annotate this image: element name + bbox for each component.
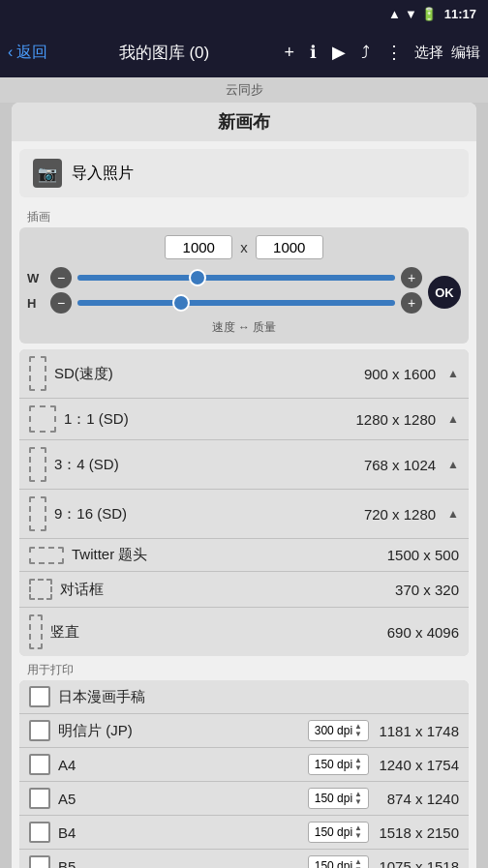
preset-arrow-9-16: ▲ bbox=[447, 507, 459, 521]
a5-checkbox[interactable] bbox=[29, 788, 50, 809]
a5-dpi-arrows[interactable]: ▲ ▼ bbox=[354, 791, 362, 806]
b4-name: B4 bbox=[58, 824, 300, 841]
play-button[interactable]: ▶ bbox=[328, 38, 350, 67]
a5-name: A5 bbox=[58, 791, 300, 807]
camera-icon: 📷 bbox=[33, 159, 62, 188]
width-slider[interactable] bbox=[77, 275, 395, 281]
list-item[interactable]: 1：1 (SD) 1280 x 1280 ▲ bbox=[19, 399, 469, 440]
width-minus-button[interactable]: − bbox=[50, 267, 72, 288]
dpi-down-arrow[interactable]: ▼ bbox=[354, 731, 362, 738]
preset-arrow-3-4: ▲ bbox=[447, 458, 459, 471]
list-item[interactable]: A5 150 dpi ▲ ▼ 874 x 1240 bbox=[19, 782, 469, 816]
a4-dpi-selector[interactable]: 150 dpi ▲ ▼ bbox=[308, 754, 369, 775]
share-button[interactable]: ⤴ bbox=[357, 39, 374, 67]
list-item[interactable]: B5 150 dpi ▲ ▼ 1075 x 1518 bbox=[19, 850, 469, 868]
list-item[interactable]: Twitter 题头 1500 x 500 bbox=[19, 539, 469, 572]
a4-dpi-arrows[interactable]: ▲ ▼ bbox=[354, 757, 362, 772]
height-slider[interactable] bbox=[77, 300, 395, 306]
list-item[interactable]: 明信片 (JP) 300 dpi ▲ ▼ 1181 x 1748 bbox=[19, 714, 469, 748]
a5-size: 874 x 1240 bbox=[377, 791, 459, 807]
a4-checkbox[interactable] bbox=[29, 754, 50, 775]
signal-icon: ▼ bbox=[405, 7, 417, 21]
preset-thumbnail-1-1 bbox=[29, 405, 56, 433]
dpi-down-arrow[interactable]: ▼ bbox=[354, 764, 362, 772]
preset-size-1-1: 1280 x 1280 bbox=[356, 411, 437, 428]
list-item[interactable]: 日本漫画手稿 bbox=[19, 680, 469, 714]
postcard-size: 1181 x 1748 bbox=[377, 723, 459, 739]
b4-dpi-arrows[interactable]: ▲ ▼ bbox=[354, 824, 362, 840]
cloud-sync-bar: 云同步 bbox=[0, 77, 488, 103]
b4-dpi-selector[interactable]: 150 dpi ▲ ▼ bbox=[308, 822, 369, 843]
width-slider-row: W − + bbox=[27, 267, 422, 288]
select-button[interactable]: 选择 bbox=[414, 44, 443, 62]
back-button[interactable]: ‹ 返回 bbox=[8, 43, 47, 63]
b5-checkbox[interactable] bbox=[29, 855, 50, 868]
preset-size-sd: 900 x 1600 bbox=[364, 366, 436, 382]
a5-dpi-selector[interactable]: 150 dpi ▲ ▼ bbox=[308, 788, 369, 809]
illustration-section-label: 插画 bbox=[12, 205, 476, 227]
print-section: 日本漫画手稿 明信片 (JP) 300 dpi ▲ ▼ 1181 x 1748 … bbox=[19, 680, 469, 868]
b4-checkbox[interactable] bbox=[29, 822, 50, 843]
canvas-height-display[interactable]: 1000 bbox=[256, 235, 323, 259]
preset-name-dialog: 对话框 bbox=[60, 581, 387, 599]
preset-size-dialog: 370 x 320 bbox=[395, 582, 459, 598]
preset-size-twitter: 1500 x 500 bbox=[387, 547, 459, 563]
preset-arrow-sd: ▲ bbox=[447, 367, 459, 380]
preset-name-vertical: 竖直 bbox=[50, 623, 380, 642]
list-item[interactable]: 9：16 (SD) 720 x 1280 ▲ bbox=[19, 490, 469, 539]
manga-checkbox[interactable] bbox=[29, 686, 50, 707]
width-label: W bbox=[27, 271, 45, 285]
b5-dpi-selector[interactable]: 150 dpi ▲ ▼ bbox=[308, 855, 369, 868]
import-photos-row[interactable]: 📷 导入照片 bbox=[19, 149, 469, 197]
list-item[interactable]: A4 150 dpi ▲ ▼ 1240 x 1754 bbox=[19, 748, 469, 782]
add-button[interactable]: + bbox=[280, 39, 298, 67]
preset-name-sd: SD(速度) bbox=[54, 365, 356, 383]
preset-size-vertical: 690 x 4096 bbox=[387, 624, 459, 641]
dpi-down-arrow[interactable]: ▼ bbox=[354, 832, 362, 840]
status-icons: ▲ ▼ 🔋 bbox=[388, 7, 437, 21]
b4-size: 1518 x 2150 bbox=[377, 824, 459, 841]
top-nav: ‹ 返回 我的图库 (0) + ℹ ▶ ⤴ ⋮ 选择 编辑 bbox=[0, 27, 488, 77]
b5-size: 1075 x 1518 bbox=[377, 858, 459, 869]
presets-section: SD(速度) 900 x 1600 ▲ 1：1 (SD) 1280 x 1280… bbox=[19, 349, 469, 656]
postcard-name: 明信片 (JP) bbox=[58, 722, 300, 740]
canvas-ok-button[interactable]: OK bbox=[428, 276, 461, 309]
height-label: H bbox=[27, 296, 45, 311]
more-button[interactable]: ⋮ bbox=[381, 38, 407, 67]
list-item[interactable]: 竖直 690 x 4096 bbox=[19, 608, 469, 656]
cloud-sync-label: 云同步 bbox=[226, 82, 263, 97]
nav-icons: + ℹ ▶ ⤴ ⋮ 选择 编辑 bbox=[280, 38, 480, 67]
back-chevron-icon: ‹ bbox=[8, 44, 13, 61]
speed-quality-label: 速度 ↔ 质量 bbox=[27, 319, 461, 336]
wifi-icon: ▲ bbox=[388, 7, 401, 21]
dpi-down-arrow[interactable]: ▼ bbox=[354, 798, 362, 806]
b5-name: B5 bbox=[58, 858, 300, 869]
a4-name: A4 bbox=[58, 757, 300, 773]
postcard-dpi-arrows[interactable]: ▲ ▼ bbox=[354, 723, 362, 738]
postcard-checkbox[interactable] bbox=[29, 720, 50, 741]
preset-size-9-16: 720 x 1280 bbox=[364, 506, 436, 523]
preset-arrow-1-1: ▲ bbox=[447, 412, 459, 426]
preset-size-3-4: 768 x 1024 bbox=[364, 457, 436, 473]
width-plus-button[interactable]: + bbox=[401, 267, 422, 288]
height-minus-button[interactable]: − bbox=[50, 292, 72, 314]
postcard-dpi-selector[interactable]: 300 dpi ▲ ▼ bbox=[308, 720, 369, 741]
preset-thumbnail-dialog bbox=[29, 579, 52, 600]
b5-dpi-arrows[interactable]: ▲ ▼ bbox=[354, 858, 362, 868]
preset-name-9-16: 9：16 (SD) bbox=[54, 505, 356, 524]
canvas-size-display: 1000 x 1000 bbox=[27, 235, 461, 259]
preset-thumbnail-3-4 bbox=[29, 447, 46, 482]
info-button[interactable]: ℹ bbox=[306, 38, 320, 67]
list-item[interactable]: SD(速度) 900 x 1600 ▲ bbox=[19, 349, 469, 399]
new-canvas-modal: 新画布 📷 导入照片 插画 1000 x 1000 W − + bbox=[12, 103, 476, 868]
edit-button[interactable]: 编辑 bbox=[451, 44, 480, 62]
canvas-width-display[interactable]: 1000 bbox=[165, 235, 232, 259]
list-item[interactable]: 3：4 (SD) 768 x 1024 ▲ bbox=[19, 440, 469, 490]
preset-thumbnail-sd bbox=[29, 356, 46, 391]
import-photos-label: 导入照片 bbox=[72, 164, 134, 184]
preset-name-3-4: 3：4 (SD) bbox=[54, 456, 356, 474]
list-item[interactable]: B4 150 dpi ▲ ▼ 1518 x 2150 bbox=[19, 816, 469, 850]
height-plus-button[interactable]: + bbox=[401, 292, 422, 314]
list-item[interactable]: 对话框 370 x 320 bbox=[19, 572, 469, 608]
preset-name-twitter: Twitter 题头 bbox=[72, 546, 380, 564]
